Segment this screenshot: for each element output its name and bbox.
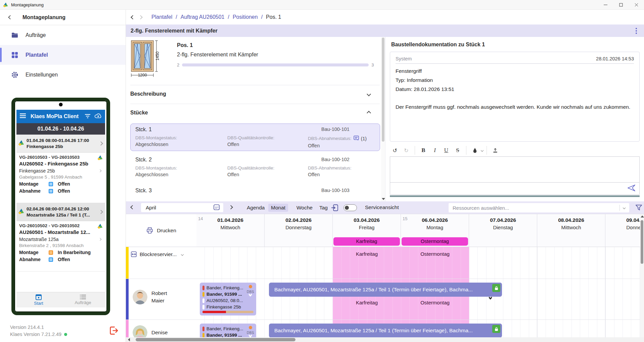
scroll-down-arrow[interactable] bbox=[382, 198, 385, 200]
planboard-icon bbox=[11, 51, 19, 59]
abnahme-status-row: Abnahme Offen bbox=[19, 257, 102, 262]
piece-card-2[interactable]: Stck. 2 Bau-100-102 DBS-Montagestatus:Ab… bbox=[130, 154, 380, 181]
event-line: Finkengasse 25b bbox=[202, 304, 254, 310]
service-view-toggle[interactable] bbox=[343, 204, 357, 211]
resource-robert-maier[interactable]: RobertMaier bbox=[126, 279, 196, 320]
block-reservation-icon bbox=[131, 251, 137, 257]
field-abnahmestatus: DBS-Abnahmestatus: (1) Offen bbox=[308, 135, 367, 148]
send-icon[interactable] bbox=[627, 184, 636, 193]
chevron-down-icon[interactable] bbox=[181, 253, 184, 255]
day-row-denise[interactable]: Bander, Finkeng... Bander, 91599 ... AU2… bbox=[196, 320, 640, 337]
expand-icon[interactable] bbox=[249, 336, 251, 337]
underline-button[interactable]: U bbox=[441, 145, 451, 155]
event-card[interactable]: Bander, Finkeng... Bander, 91599 ... AU2… bbox=[200, 324, 256, 337]
redo-button[interactable]: ↻ bbox=[401, 145, 411, 155]
print-cell[interactable]: Drucken bbox=[126, 214, 196, 247]
resource-denise[interactable]: Denise bbox=[126, 320, 196, 337]
resource-select[interactable]: Ressourcen auswählen... bbox=[449, 203, 629, 212]
view-tab-woche[interactable]: Woche bbox=[294, 204, 315, 212]
chevron-down-icon[interactable] bbox=[623, 206, 626, 209]
nav-forward-icon[interactable] bbox=[138, 15, 143, 19]
resource-blockreservierung[interactable]: Blockreservier... bbox=[126, 247, 196, 279]
position-detail-panel: 1450 1200 Pos. 1 2-flg. Fensterelement m… bbox=[126, 37, 385, 201]
scroll-left-arrow[interactable] bbox=[128, 338, 130, 341]
view-tab-agenda[interactable]: Agenda bbox=[244, 204, 267, 212]
goto-date-icon[interactable] bbox=[331, 204, 339, 213]
event-expand-icon[interactable] bbox=[489, 298, 492, 299]
prev-month-icon[interactable] bbox=[130, 205, 135, 209]
phone-order-card[interactable]: VG-26010502 - VG-26010502 AU260501 - Moz… bbox=[16, 221, 105, 272]
piece-card-3[interactable]: Stck. 3 Bau-100-103 bbox=[130, 185, 380, 201]
long-event-bar[interactable]: Bachmayer, AU260501, Mozartstraße 125a /… bbox=[269, 324, 502, 337]
event-meta: DBS bbox=[247, 285, 254, 296]
maximize-button[interactable] bbox=[613, 0, 629, 10]
day-header[interactable]: 07.04.2026Dienstag bbox=[469, 214, 537, 247]
section-stuecke[interactable]: Stücke bbox=[130, 106, 380, 119]
day-header[interactable]: 15 06.04.2026Montag Ostermontag bbox=[401, 214, 469, 247]
view-tab-monat[interactable]: Monat bbox=[268, 204, 288, 212]
undo-button[interactable]: ↺ bbox=[390, 145, 400, 155]
montage-status-row: Montage Offen bbox=[19, 181, 102, 187]
day-header[interactable]: 08.04.2026Mittwoch bbox=[537, 214, 605, 247]
breadcrumb-separator: / bbox=[176, 14, 177, 20]
chevron-down-icon[interactable] bbox=[367, 92, 371, 96]
scrollbar-thumb[interactable] bbox=[382, 38, 384, 142]
month-select[interactable]: April bbox=[141, 203, 223, 212]
sidebar-item-auftraege[interactable]: Aufträge bbox=[0, 25, 126, 45]
view-tab-tag[interactable]: Tag bbox=[317, 204, 330, 212]
day-row-robert[interactable]: Karfreitag Ostermontag Bander, Finkeng..… bbox=[196, 279, 640, 320]
cloud-sync-icon[interactable] bbox=[94, 113, 102, 120]
day-header[interactable]: 02.04.2026Donnerstag bbox=[265, 214, 333, 247]
logout-icon[interactable] bbox=[108, 325, 120, 337]
strikethrough-button[interactable]: S bbox=[453, 145, 463, 155]
day-row-blockreservierung[interactable]: Karfreitag Ostermontag bbox=[196, 247, 640, 279]
calendar-icon[interactable] bbox=[213, 204, 220, 212]
scrollbar-thumb[interactable] bbox=[641, 220, 643, 264]
breadcrumb-positionen[interactable]: Positionen bbox=[233, 14, 258, 20]
hamburger-menu-icon[interactable] bbox=[20, 113, 26, 119]
long-event-bar[interactable]: Bachmayer, AU260501, Mozartstraße 125a /… bbox=[269, 283, 502, 297]
minimize-button[interactable] bbox=[598, 0, 613, 10]
section-beschreibung[interactable]: Beschreibung bbox=[130, 87, 380, 101]
sidebar-item-einstellungen[interactable]: Einstellungen bbox=[0, 65, 126, 85]
breadcrumb-plantafel[interactable]: Plantafel bbox=[151, 14, 172, 20]
phone-tab-auftraege[interactable]: Aufträge bbox=[61, 292, 105, 307]
note-icon[interactable] bbox=[354, 135, 359, 142]
entry-body: Der Fenstergriff muss ggf. nochmals ausg… bbox=[396, 102, 631, 111]
filter-funnel-icon[interactable] bbox=[635, 204, 643, 213]
kebab-menu-icon[interactable] bbox=[633, 27, 639, 35]
calendar-hscrollbar[interactable] bbox=[126, 337, 644, 342]
phone-tab-start[interactable]: Start bbox=[16, 292, 61, 307]
progress-track bbox=[182, 63, 369, 66]
back-icon[interactable] bbox=[8, 15, 12, 19]
day-header[interactable]: 03.04.2026Freitag Karfreitag bbox=[333, 214, 401, 247]
breadcrumb-auftrag[interactable]: Auftrag AU260501 bbox=[181, 14, 225, 20]
close-button[interactable] bbox=[629, 0, 644, 10]
event-card[interactable]: Bander, Finkeng... Bander, 91599 ... AU2… bbox=[200, 283, 256, 315]
font-color-button[interactable] bbox=[470, 145, 480, 155]
comment-editor[interactable] bbox=[390, 156, 640, 183]
calendar-vscrollbar[interactable] bbox=[640, 214, 644, 337]
phone-appointment-row[interactable]: 01.04.26 08:00-01.04.26 17:00Finkengasse… bbox=[16, 135, 105, 153]
phone-appointment-row[interactable]: 02.04.26 08:00-07.04.26 12:00Mozartstraß… bbox=[16, 203, 105, 221]
comment-input-row[interactable] bbox=[390, 183, 640, 195]
piece-ref: Bau-100-102 bbox=[321, 157, 350, 162]
day-header[interactable]: 09.04.2026Donnerstag bbox=[605, 214, 640, 247]
piece-card-1[interactable]: Stck. 1 Bau-100-101 DBS-Montagestatus:Ab… bbox=[130, 124, 380, 151]
filter-icon[interactable] bbox=[85, 113, 90, 119]
scroll-up-arrow[interactable] bbox=[641, 215, 644, 217]
detail-scrollbar[interactable] bbox=[381, 37, 385, 201]
scrollbar-thumb[interactable] bbox=[136, 338, 295, 341]
phone-order-card[interactable]: VG-26010503 - VG-26010503 AU260502 - Fin… bbox=[16, 153, 105, 203]
bold-button[interactable]: B bbox=[418, 145, 428, 155]
sidebar-item-plantafel[interactable]: Plantafel bbox=[0, 45, 126, 65]
day-header[interactable]: 14 01.04.2026Mittwoch bbox=[196, 214, 265, 247]
upload-button[interactable] bbox=[490, 145, 500, 155]
calendar-grid: Drucken Blockreservier... bbox=[126, 214, 644, 337]
next-month-icon[interactable] bbox=[229, 205, 233, 209]
italic-button[interactable]: I bbox=[430, 145, 440, 155]
expand-icon[interactable] bbox=[249, 295, 251, 296]
color-dropdown-icon[interactable] bbox=[481, 149, 484, 152]
chevron-up-icon[interactable] bbox=[367, 111, 371, 115]
nav-back-icon[interactable] bbox=[131, 15, 135, 19]
